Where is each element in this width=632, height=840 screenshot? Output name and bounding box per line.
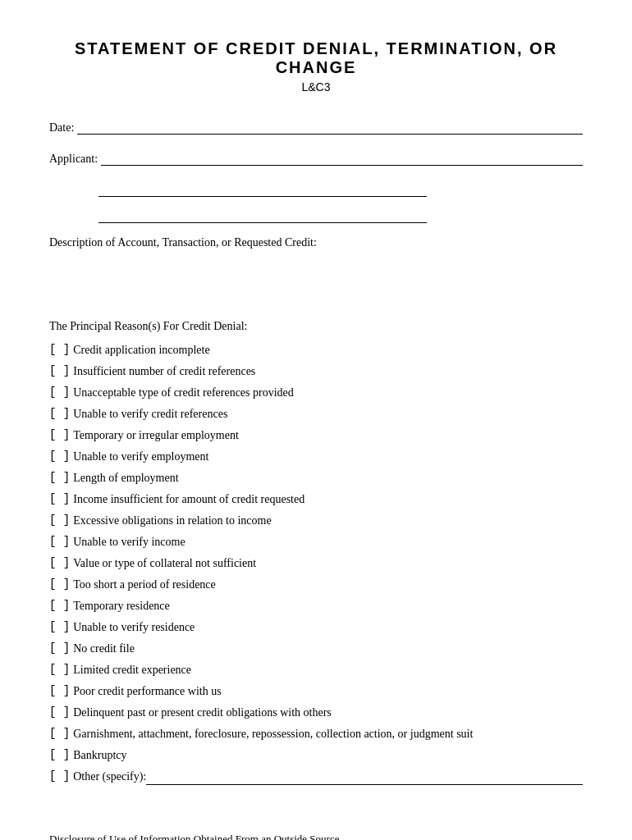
checkbox-label: Temporary or irregular employment [73, 427, 239, 444]
checkbox-item: [ ]Garnishment, attachment, foreclosure,… [49, 725, 583, 742]
checkbox-bracket[interactable]: [ ] [49, 640, 70, 657]
checkbox-label: Credit application incomplete [73, 341, 209, 358]
subtitle: L&C3 [49, 80, 583, 94]
checkbox-item: [ ]Value or type of collateral not suffi… [49, 555, 583, 572]
applicant-input-line[interactable] [101, 151, 583, 166]
checkbox-label: No credit file [73, 640, 135, 657]
checkbox-bracket[interactable]: [ ] [49, 533, 70, 550]
checkbox-label: Delinquent past or present credit obliga… [73, 704, 332, 721]
checkbox-item: [ ]Credit application incomplete [49, 341, 583, 358]
date-field-row: Date: [49, 120, 583, 135]
checkbox-bracket[interactable]: [ ] [49, 384, 70, 401]
checkbox-bracket[interactable]: [ ] [49, 363, 70, 380]
checkbox-item: [ ]Income insufficient for amount of cre… [49, 491, 583, 508]
checkbox-item: [ ]Too short a period of residence [49, 576, 583, 593]
checkbox-label: Garnishment, attachment, foreclosure, re… [73, 725, 473, 742]
checkbox-item: [ ]Other (specify): [49, 768, 583, 785]
checkbox-label: Temporary residence [73, 597, 170, 614]
footer-section: Disclosure of Use of Information Obtaine… [49, 824, 583, 840]
checkbox-bracket[interactable]: [ ] [49, 427, 70, 444]
checkbox-bracket[interactable]: [ ] [49, 555, 70, 572]
checkbox-bracket[interactable]: [ ] [49, 725, 70, 742]
checkbox-item: [ ]Unacceptable type of credit reference… [49, 384, 583, 401]
checkbox-bracket[interactable]: [ ] [49, 576, 70, 593]
checkbox-label: Unable to verify employment [73, 448, 208, 465]
checkbox-label: Bankruptcy [73, 746, 126, 764]
checkbox-bracket[interactable]: [ ] [49, 512, 70, 529]
checkbox-item: [ ]Temporary residence [49, 597, 583, 614]
checkbox-bracket[interactable]: [ ] [49, 704, 70, 721]
checkbox-bracket[interactable]: [ ] [49, 405, 70, 422]
checkbox-item: [ ]Insufficient number of credit referen… [49, 363, 583, 380]
page: STATEMENT OF CREDIT DENIAL, TERMINATION,… [0, 0, 632, 840]
disclosure-text: Disclosure of Use of Information Obtaine… [49, 833, 583, 840]
checkbox-bracket[interactable]: [ ] [49, 746, 70, 764]
description-space [49, 254, 583, 312]
description-label: Description of Account, Transaction, or … [49, 236, 583, 249]
checkbox-bracket[interactable]: [ ] [49, 448, 70, 465]
checkbox-label: Length of employment [73, 469, 178, 486]
checkbox-label: Income insufficient for amount of credit… [73, 491, 305, 508]
checkbox-item: [ ]Excessive obligations in relation to … [49, 512, 583, 529]
checkbox-item: [ ]Unable to verify income [49, 533, 583, 550]
date-label: Date: [49, 121, 74, 135]
checkbox-label: Unable to verify credit references [73, 405, 227, 422]
checkbox-label: Excessive obligations in relation to inc… [73, 512, 271, 529]
other-label: Other (specify): [73, 768, 146, 785]
checkbox-item: [ ]Temporary or irregular employment [49, 427, 583, 444]
title-block: STATEMENT OF CREDIT DENIAL, TERMINATION,… [49, 39, 583, 94]
address-block [98, 182, 583, 223]
checkbox-label: Unable to verify income [73, 533, 185, 550]
checkbox-bracket[interactable]: [ ] [49, 491, 70, 508]
checkbox-item: [ ]Unable to verify credit references [49, 405, 583, 422]
checkbox-label: Unable to verify residence [73, 619, 195, 636]
checkbox-label: Insufficient number of credit references [73, 363, 255, 380]
checkbox-bracket[interactable]: [ ] [49, 597, 70, 614]
checkbox-label: Poor credit performance with us [73, 682, 221, 700]
address-line-1[interactable] [98, 182, 427, 197]
checkbox-label: Unacceptable type of credit references p… [73, 384, 294, 401]
checkbox-bracket[interactable]: [ ] [49, 341, 70, 358]
checkbox-item: [ ]Unable to verify employment [49, 448, 583, 465]
other-input-line[interactable] [146, 770, 583, 785]
applicant-label: Applicant: [49, 153, 98, 166]
reasons-section: The Principal Reason(s) For Credit Denia… [49, 320, 583, 785]
checkbox-list: [ ]Credit application incomplete[ ]Insuf… [49, 341, 583, 785]
checkbox-bracket[interactable]: [ ] [49, 682, 70, 700]
checkbox-item: [ ]Unable to verify residence [49, 619, 583, 636]
applicant-field-row: Applicant: [49, 151, 583, 166]
checkbox-bracket[interactable]: [ ] [49, 469, 70, 486]
checkbox-bracket[interactable]: [ ] [49, 768, 70, 785]
checkbox-bracket[interactable]: [ ] [49, 619, 70, 636]
checkbox-bracket[interactable]: [ ] [49, 661, 70, 678]
reasons-title: The Principal Reason(s) For Credit Denia… [49, 320, 583, 333]
checkbox-item: [ ]Limited credit experience [49, 661, 583, 678]
checkbox-item: [ ]Bankruptcy [49, 746, 583, 764]
checkbox-item: [ ]Length of employment [49, 469, 583, 486]
checkbox-label: Value or type of collateral not sufficie… [73, 555, 256, 572]
date-input-line[interactable] [77, 120, 583, 135]
checkbox-label: Too short a period of residence [73, 576, 216, 593]
address-line-2[interactable] [98, 208, 427, 223]
other-row: Other (specify): [73, 768, 583, 785]
checkbox-item: [ ]No credit file [49, 640, 583, 657]
checkbox-item: [ ]Delinquent past or present credit obl… [49, 704, 583, 721]
main-title: STATEMENT OF CREDIT DENIAL, TERMINATION,… [49, 39, 583, 77]
checkbox-item: [ ]Poor credit performance with us [49, 682, 583, 700]
checkbox-label: Limited credit experience [73, 661, 191, 678]
